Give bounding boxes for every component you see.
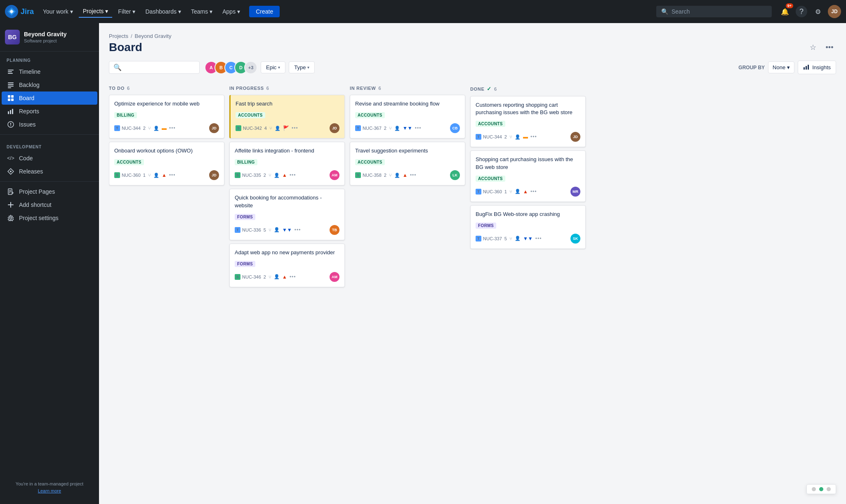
breadcrumb-projects[interactable]: Projects (109, 33, 128, 39)
column-todo: TO DO 6 Optimize experience for mobile w… (109, 82, 224, 189)
project-type: Software project (24, 38, 66, 44)
svg-rect-9 (8, 95, 10, 98)
card-c9[interactable]: Customers reporting shopping cart purcha… (470, 96, 586, 147)
create-button[interactable]: Create (249, 6, 280, 17)
more-options-icon[interactable]: ••• (290, 172, 296, 178)
sidebar-item-code[interactable]: </> Code (2, 152, 97, 165)
projects-nav[interactable]: Projects ▾ (79, 5, 113, 18)
dashboards-nav[interactable]: Dashboards ▾ (141, 6, 185, 17)
card-avatar: AM (330, 170, 339, 180)
notification-badge: 9+ (786, 3, 793, 8)
card-title: Customers reporting shopping cart purcha… (476, 101, 580, 116)
more-options-icon[interactable]: ••• (535, 236, 542, 241)
notifications-button[interactable]: 🔔 9+ (778, 5, 792, 18)
your-work-nav[interactable]: Your work ▾ (39, 6, 77, 17)
page-header: Board ☆ ••• (109, 41, 836, 54)
card-tag: ACCOUNTS (476, 176, 505, 182)
card-footer: T NUC-336 5 ⑂ 👤 ▼▼ ••• TB (235, 225, 339, 235)
card-avatar: AM (330, 272, 339, 282)
more-options-icon[interactable]: ••• (530, 134, 537, 140)
insights-chart-icon (803, 63, 810, 71)
card-c6[interactable]: Adapt web app no new payments provider F… (229, 244, 345, 287)
project-icon: BG (5, 30, 20, 45)
star-button[interactable]: ☆ (806, 41, 820, 54)
insights-button[interactable]: Insights (798, 61, 836, 74)
help-button[interactable]: ? (795, 5, 808, 18)
more-options-icon[interactable]: ••• (169, 172, 176, 178)
board-search-input[interactable] (125, 64, 195, 70)
card-c8[interactable]: Travel suggestion experiments ACCOUNTS S… (350, 142, 465, 185)
sidebar-item-issues[interactable]: Issues (2, 118, 97, 131)
issue-type-icon: T (235, 227, 240, 233)
more-options-icon[interactable]: ••• (290, 274, 296, 280)
sidebar-item-project-pages[interactable]: Project Pages (2, 185, 97, 198)
card-issue-id: S NUC-358 (355, 172, 382, 178)
bottom-right-widget[interactable] (806, 484, 836, 494)
card-c10[interactable]: Shopping cart purchasing issues with the… (470, 150, 586, 202)
card-c4[interactable]: Affelite links integration - frontend BI… (229, 142, 345, 185)
search-box[interactable]: 🔍 Search (656, 6, 772, 17)
sidebar-item-reports[interactable]: Reports (2, 105, 97, 118)
card-count: 2 (384, 126, 386, 131)
svg-rect-27 (804, 67, 805, 70)
priority-icon: ▲ (523, 189, 528, 195)
more-options-icon[interactable]: ••• (169, 125, 176, 131)
issue-type-icon: T (114, 125, 120, 131)
sidebar-item-add-shortcut[interactable]: Add shortcut (2, 198, 97, 211)
column-header-inprogress: IN PROGRESS 6 (229, 82, 345, 95)
teams-nav[interactable]: Teams ▾ (187, 6, 217, 17)
card-c3[interactable]: Fast trip search ACCOUNTS S NUC-342 4 ⑂ … (229, 95, 345, 138)
board-search[interactable]: 🔍 (109, 61, 200, 74)
card-c5[interactable]: Quick booking for accommodations - websi… (229, 189, 345, 240)
more-options-icon[interactable]: ••• (410, 172, 417, 178)
group-by-chevron-icon: ▾ (787, 64, 790, 70)
development-section-label: DEVELOPMENT (0, 138, 99, 152)
sidebar-item-project-settings[interactable]: Project settings (2, 211, 97, 225)
more-options-icon[interactable]: ••• (292, 125, 298, 131)
branch-icon: ⑂ (389, 126, 392, 131)
card-c7[interactable]: Revise and streamline booking flow ACCOU… (350, 95, 465, 138)
type-filter-button[interactable]: Type ▾ (289, 61, 315, 73)
card-c1[interactable]: Optimize experience for mobile web BILLI… (109, 95, 224, 138)
issue-type-icon: T (355, 125, 361, 131)
card-issue-id: T NUC-367 (355, 125, 382, 131)
sidebar-item-board[interactable]: Board (2, 91, 97, 105)
more-options-icon[interactable]: ••• (295, 227, 301, 233)
sidebar-item-backlog[interactable]: Backlog (2, 78, 97, 91)
issue-type-icon: S (236, 125, 241, 131)
column-count-todo: 6 (127, 86, 130, 91)
filter-nav[interactable]: Filter ▾ (114, 6, 139, 17)
apps-nav[interactable]: Apps ▾ (218, 6, 244, 17)
card-count: 2 (143, 126, 146, 131)
user-avatar[interactable]: JD (828, 5, 841, 18)
learn-more-link[interactable]: Learn more (38, 488, 61, 493)
svg-rect-4 (8, 73, 13, 74)
app-logo[interactable]: Jira (5, 5, 34, 18)
type-chevron-icon: ▾ (307, 65, 309, 70)
column-inprogress: IN PROGRESS 6 Fast trip search ACCOUNTS … (229, 82, 345, 291)
group-by-select[interactable]: None ▾ (768, 61, 794, 73)
more-options-icon[interactable]: ••• (415, 125, 422, 131)
card-count: 1 (504, 189, 507, 194)
breadcrumb-beyond-gravity[interactable]: Beyond Gravity (135, 33, 172, 39)
card-count: 5 (504, 236, 507, 241)
sidebar-footer: You're in a team-managed project Learn m… (0, 477, 99, 497)
page-header-actions: ☆ ••• (806, 41, 836, 54)
column-label-inreview: IN REVIEW (350, 86, 376, 91)
issue-type-icon: S (355, 172, 361, 178)
more-options-icon[interactable]: ••• (530, 189, 537, 195)
avatar-count[interactable]: +3 (244, 61, 257, 74)
flag-icon: 🚩 (283, 125, 289, 131)
card-tag: FORMS (235, 261, 255, 267)
sidebar-item-releases[interactable]: Releases (2, 165, 97, 178)
board-toolbar: 🔍 A B C D +3 Epic ▾ Type ▾ GROUP BY (109, 61, 836, 74)
sidebar-item-timeline[interactable]: Timeline (2, 65, 97, 78)
settings-button[interactable]: ⚙ (811, 5, 825, 18)
priority-icon: ▲ (403, 172, 408, 178)
card-avatar: JD (209, 123, 219, 133)
card-c2[interactable]: Onboard workout options (OWO) ACCOUNTS S… (109, 142, 224, 185)
card-c11[interactable]: BugFix BG Web-store app crashing FORMS T… (470, 205, 586, 249)
svg-rect-13 (8, 111, 9, 114)
more-button[interactable]: ••• (823, 41, 836, 54)
epic-filter-button[interactable]: Epic ▾ (261, 61, 285, 73)
